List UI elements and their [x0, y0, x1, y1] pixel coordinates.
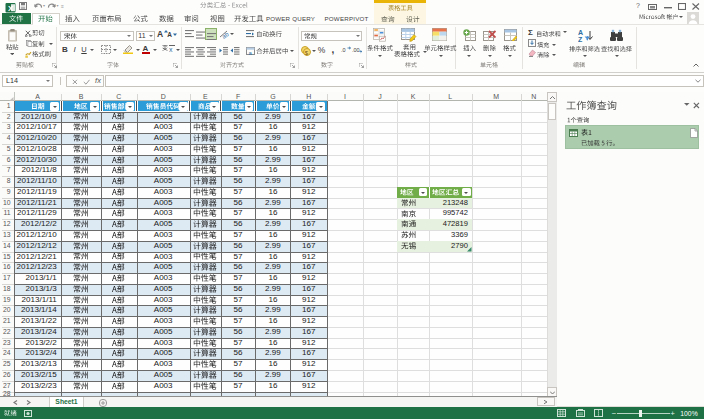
svg-text:ab: ab — [221, 31, 229, 39]
svg-text:.0: .0 — [341, 47, 346, 53]
svg-text:Z: Z — [578, 36, 583, 43]
svg-text:A: A — [578, 29, 583, 36]
svg-text:.00: .00 — [352, 47, 360, 53]
svg-text:x: x — [169, 46, 173, 53]
svg-text:X: X — [8, 4, 14, 13]
